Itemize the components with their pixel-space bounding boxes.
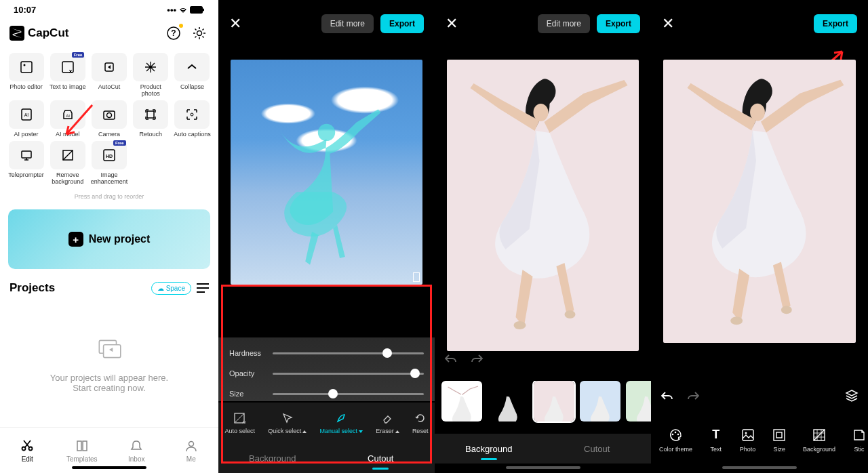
svg-point-26 [189, 441, 193, 446]
free-badge: Free [113, 140, 126, 146]
slider-size[interactable]: Size [229, 384, 424, 404]
tab-background[interactable]: Background [218, 443, 327, 473]
cutout-tool-row: AIAuto select Quick select Manual select… [218, 403, 435, 443]
tool-reset[interactable]: Reset [412, 411, 429, 434]
empty-line-2: Start creating now. [50, 383, 168, 393]
empty-state: Your projects will appear here. Start cr… [0, 300, 218, 427]
tool-image-enhancement[interactable]: FreeHDImage enhancement [90, 141, 128, 186]
tool-photo-editor[interactable]: Photo editor [7, 53, 45, 98]
bg-thumb-black[interactable] [488, 381, 528, 421]
tool-grid: Photo editor FreeText to image AutoCut P… [0, 47, 218, 190]
new-project-label: New project [89, 233, 151, 245]
bg-thumb-pink[interactable] [534, 381, 574, 421]
nav-me[interactable]: Me [164, 428, 219, 473]
nav-edit[interactable]: Edit [0, 428, 55, 473]
tool-photo[interactable]: Photo [740, 428, 756, 453]
home-indicator [72, 466, 146, 469]
tool-auto-select[interactable]: AIAuto select [225, 411, 256, 434]
edit-more-button[interactable]: Edit more [321, 14, 374, 33]
tool-sticker[interactable]: Stic [852, 428, 867, 453]
tab-background[interactable]: Background [435, 434, 543, 464]
tool-remove-background[interactable]: Remove background [48, 141, 87, 186]
canvas-image[interactable] [663, 60, 856, 343]
slider-hardness[interactable]: Hardness [229, 343, 424, 363]
tool-autocut[interactable]: AutoCut [90, 53, 128, 98]
tool-ai-poster[interactable]: AIAI poster [7, 100, 45, 138]
new-project-button[interactable]: + New project [8, 209, 210, 269]
bottom-tabs: Background Cutout [435, 434, 651, 464]
menu-icon[interactable] [197, 283, 209, 293]
close-icon[interactable]: ✕ [662, 15, 674, 33]
empty-icon [95, 335, 123, 363]
export-button[interactable]: Export [597, 14, 640, 33]
redo-icon[interactable] [686, 391, 700, 400]
templates-icon [75, 438, 90, 453]
svg-point-27 [318, 124, 335, 141]
status-icons: ••• [167, 5, 205, 15]
free-badge: Free [72, 52, 85, 58]
bottom-tabs: Background Cutout [218, 443, 435, 473]
bg-thumb-white[interactable] [441, 381, 482, 421]
slider-opacity[interactable]: Opacity [229, 363, 424, 384]
svg-rect-0 [190, 6, 203, 14]
dancer-cutout [231, 60, 422, 285]
plus-icon: + [68, 232, 83, 247]
bg-thumb-green[interactable] [626, 381, 651, 421]
tool-manual-select[interactable]: Manual select [319, 411, 363, 434]
svg-point-13 [106, 112, 111, 117]
tool-quick-select[interactable]: Quick select [268, 411, 307, 434]
edit-more-button[interactable]: Edit more [538, 14, 590, 33]
canvas-image[interactable] [231, 60, 422, 285]
canvas-image[interactable] [447, 60, 639, 351]
tool-size[interactable]: Size [772, 428, 787, 453]
svg-rect-24 [77, 441, 81, 451]
empty-line-1: Your projects will appear here. [50, 373, 168, 383]
tool-text[interactable]: TText [709, 428, 724, 453]
export-button[interactable]: Export [814, 14, 857, 33]
svg-rect-42 [776, 432, 782, 438]
user-icon [184, 438, 199, 453]
tool-text-to-image[interactable]: FreeText to image [48, 53, 87, 98]
undo-icon[interactable] [444, 354, 458, 363]
tool-eraser[interactable]: Eraser [376, 411, 399, 434]
tool-color-theme[interactable]: Color theme [659, 428, 692, 453]
svg-text:AI: AI [242, 420, 246, 424]
status-bar: 10:07 ••• [0, 0, 218, 19]
tool-teleprompter[interactable]: Teleprompter [7, 141, 45, 186]
tool-ai-model[interactable]: AIAI model [48, 100, 87, 138]
tab-cutout[interactable]: Cutout [327, 443, 435, 473]
undo-icon[interactable] [660, 391, 674, 400]
bg-thumb-blue[interactable] [580, 381, 620, 421]
tool-auto-captions[interactable]: Auto captions [173, 100, 212, 138]
export-button[interactable]: Export [380, 14, 424, 33]
app-name: CapCut [28, 26, 68, 40]
layers-icon[interactable] [845, 390, 859, 402]
tool-retouch[interactable]: Retouch [132, 100, 170, 138]
settings-icon[interactable] [190, 24, 209, 43]
battery-icon [190, 6, 205, 14]
close-icon[interactable]: ✕ [446, 15, 458, 33]
notification-dot [179, 24, 183, 28]
tool-collapse[interactable]: Collapse [173, 53, 212, 98]
signal-icon: ••• [167, 5, 176, 15]
bottom-tool-row: Color theme TText Photo Size Background … [651, 419, 868, 461]
svg-point-37 [675, 431, 677, 433]
space-button[interactable]: ☁ Space [151, 282, 191, 295]
tool-background[interactable]: Background [803, 428, 835, 453]
scissors-icon [20, 438, 35, 453]
tool-camera[interactable]: Camera [90, 100, 128, 138]
redo-icon[interactable] [470, 354, 484, 363]
svg-point-32 [565, 310, 576, 318]
svg-rect-1 [203, 8, 204, 11]
compare-icon[interactable] [413, 272, 420, 282]
home-indicator [506, 466, 580, 469]
svg-point-22 [22, 447, 26, 450]
app-logo: CapCut [9, 26, 68, 41]
home-indicator [722, 466, 797, 469]
wifi-icon [178, 6, 188, 13]
tool-product-photos[interactable]: Product photos [132, 53, 170, 98]
tab-cutout[interactable]: Cutout [543, 434, 652, 464]
svg-point-34 [730, 316, 743, 325]
close-icon[interactable]: ✕ [229, 15, 241, 33]
help-icon[interactable]: ? [164, 24, 183, 43]
